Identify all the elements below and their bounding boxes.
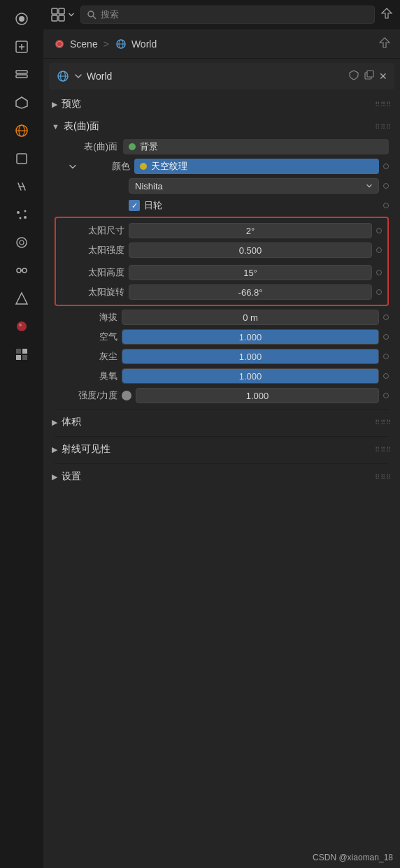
breadcrumb-scene[interactable]: Scene: [53, 38, 98, 50]
nishita-row: Nishita: [49, 176, 394, 196]
sun-intensity-value[interactable]: 0.500: [129, 243, 372, 258]
pin-icon[interactable]: [380, 7, 393, 22]
sidebar-item-material[interactable]: [6, 313, 37, 340]
svg-point-31: [88, 11, 94, 17]
sun-rotation-value[interactable]: -66.8°: [129, 284, 372, 300]
sun-size-dot[interactable]: [376, 228, 382, 233]
breadcrumb-pin[interactable]: [379, 37, 390, 51]
sun-elevation-value[interactable]: 15°: [129, 265, 372, 280]
visibility-section-header[interactable]: ▶ 射线可见性 ⠿⠿⠿: [49, 439, 394, 460]
surface-prop-label: 表(曲)面: [55, 140, 117, 153]
layout-icon[interactable]: [50, 7, 75, 22]
sidebar-item-modifier[interactable]: [6, 173, 37, 200]
svg-point-18: [22, 268, 27, 273]
svg-line-32: [94, 17, 96, 19]
svg-rect-29: [52, 15, 57, 21]
preview-section-header[interactable]: ▶ 预览 ⠿⠿⠿: [49, 94, 394, 115]
svg-rect-10: [17, 154, 27, 164]
sidebar-item-texture[interactable]: [6, 341, 37, 368]
sidebar-item-constraints[interactable]: [6, 257, 37, 284]
volume-dots: ⠿⠿⠿: [375, 419, 392, 426]
volume-section: ▶ 体积 ⠿⠿⠿: [49, 407, 394, 433]
dust-slider[interactable]: 1.000: [122, 349, 379, 364]
surface-dots: ⠿⠿⠿: [375, 123, 392, 131]
sidebar-item-viewlayer[interactable]: [6, 62, 37, 88]
settings-dots: ⠿⠿⠿: [375, 473, 392, 481]
sidebar-item-physics[interactable]: [6, 229, 37, 256]
intensity-dot[interactable]: [383, 393, 389, 398]
altitude-dot[interactable]: [383, 314, 389, 320]
svg-rect-30: [59, 15, 64, 21]
sidebar-item-render[interactable]: [6, 6, 37, 32]
world-header: World ✕: [49, 63, 394, 89]
svg-point-11: [17, 211, 20, 214]
preview-title: 预览: [62, 98, 81, 110]
world-shield-btn[interactable]: [348, 69, 359, 83]
surface-value-row: 表(曲)面 背景: [49, 137, 394, 157]
sun-elevation-dot[interactable]: [376, 270, 382, 275]
svg-rect-23: [16, 349, 21, 354]
color-prop-label: 颜色: [81, 160, 130, 173]
top-bar: 搜索: [43, 0, 400, 29]
surface-section: ▼ 表(曲)面 ⠿⠿⠿ 表(曲)面 背景 颜色 天空纹理: [49, 116, 394, 405]
preview-arrow: ▶: [52, 100, 57, 109]
ozone-row: 臭氧 1.000: [49, 366, 394, 386]
air-dot[interactable]: [383, 334, 389, 340]
sun-disk-checkbox[interactable]: ✓: [129, 200, 140, 211]
main-panel: 搜索 Scene > World: [43, 0, 400, 868]
breadcrumb: Scene > World: [43, 29, 400, 59]
visibility-dots: ⠿⠿⠿: [375, 446, 392, 454]
svg-point-15: [17, 238, 27, 247]
volume-title: 体积: [62, 416, 81, 428]
settings-arrow: ▶: [52, 472, 57, 482]
sun-size-value[interactable]: 2°: [129, 223, 372, 238]
sun-properties-highlight: 太阳尺寸 2° 太阳强度 0.500 太阳高度 15°: [55, 217, 389, 306]
altitude-label: 海拔: [55, 311, 117, 324]
ozone-dot[interactable]: [383, 373, 389, 379]
volume-section-header[interactable]: ▶ 体积 ⠿⠿⠿: [49, 412, 394, 433]
search-box[interactable]: 搜索: [80, 6, 375, 24]
air-label: 空气: [55, 331, 117, 343]
surface-prop-value[interactable]: 背景: [123, 139, 389, 154]
dust-label: 灰尘: [55, 350, 117, 363]
sun-intensity-label: 太阳强度: [62, 244, 124, 256]
color-prop-value[interactable]: 天空纹理: [134, 159, 379, 174]
sidebar-item-scene[interactable]: [6, 89, 37, 116]
breadcrumb-scene-label: Scene: [70, 38, 98, 50]
sun-intensity-dot[interactable]: [376, 247, 382, 253]
settings-section-header[interactable]: ▶ 设置 ⠿⠿⠿: [49, 466, 394, 487]
sidebar-item-particles[interactable]: [6, 201, 37, 228]
ozone-slider[interactable]: 1.000: [122, 368, 379, 384]
breadcrumb-world[interactable]: World: [115, 38, 157, 50]
visibility-title: 射线可见性: [62, 443, 110, 456]
sidebar-item-output[interactable]: [6, 34, 37, 60]
surface-section-header[interactable]: ▼ 表(曲)面 ⠿⠿⠿: [49, 116, 394, 137]
ozone-label: 臭氧: [55, 370, 117, 382]
sidebar-item-object[interactable]: [6, 145, 37, 172]
nishita-keyframe-dot[interactable]: [383, 183, 389, 189]
sidebar-item-data[interactable]: [6, 285, 37, 312]
breadcrumb-world-label: World: [131, 38, 157, 50]
svg-point-17: [17, 268, 21, 273]
sidebar-item-world[interactable]: [6, 117, 37, 144]
intensity-indicator: [122, 391, 131, 400]
intensity-value[interactable]: 1.000: [136, 388, 379, 403]
nishita-select[interactable]: Nishita: [129, 178, 379, 194]
volume-arrow: ▶: [52, 418, 57, 427]
sun-disk-keyframe-dot[interactable]: [383, 203, 389, 208]
air-slider[interactable]: 1.000: [122, 329, 379, 345]
dust-dot[interactable]: [383, 354, 389, 359]
world-close-btn[interactable]: ✕: [379, 71, 387, 82]
surface-title: 表(曲)面: [64, 120, 99, 133]
color-keyframe-dot[interactable]: [383, 164, 389, 169]
svg-rect-27: [52, 8, 57, 14]
search-placeholder: 搜索: [101, 8, 119, 21]
world-copy-btn[interactable]: [364, 69, 375, 83]
surface-arrow: ▼: [52, 122, 59, 131]
world-header-actions: ✕: [348, 69, 387, 83]
sun-elevation-row: 太阳高度 15°: [56, 263, 387, 282]
sun-rotation-dot[interactable]: [376, 289, 382, 295]
altitude-value[interactable]: 0 m: [122, 310, 379, 325]
sun-rotation-label: 太阳旋转: [62, 286, 124, 298]
sun-intensity-row: 太阳强度 0.500: [56, 240, 387, 260]
